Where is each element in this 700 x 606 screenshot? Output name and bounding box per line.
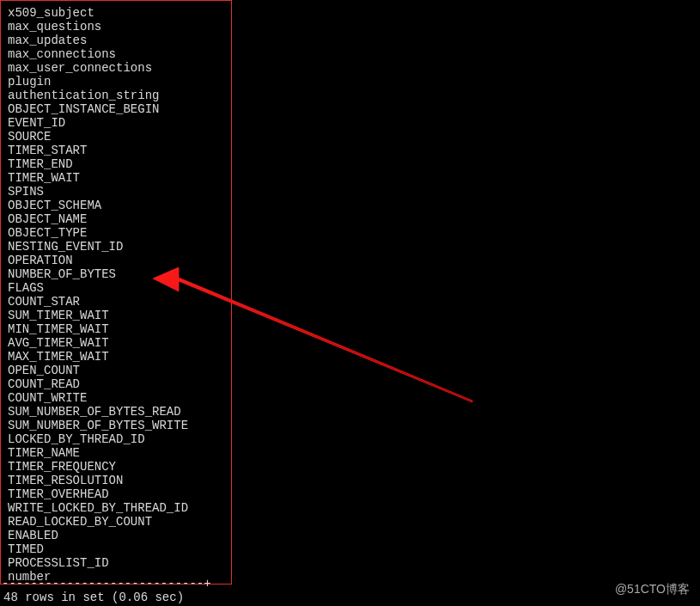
column-name: TIMER_OVERHEAD (8, 487, 224, 501)
column-name: COUNT_STAR (8, 295, 224, 309)
query-status: 48 rows in set (0.06 sec) (0, 589, 187, 606)
column-name: OBJECT_NAME (8, 212, 224, 226)
column-name: COUNT_READ (8, 377, 224, 391)
column-name: OPERATION (8, 254, 224, 267)
column-name: TIMER_RESOLUTION (8, 474, 224, 487)
column-name: SUM_NUMBER_OF_BYTES_READ (8, 405, 224, 419)
column-name: TIMER_WAIT (8, 171, 224, 185)
column-name: TIMER_NAME (8, 446, 224, 460)
column-name: plugin (8, 75, 224, 89)
terminal-column-list: x509_subjectmax_questionsmax_updatesmax_… (0, 0, 232, 585)
column-name: COUNT_WRITE (8, 391, 224, 405)
column-name: NUMBER_OF_BYTES (8, 267, 224, 281)
column-name: MIN_TIMER_WAIT (8, 322, 224, 336)
column-name: MAX_TIMER_WAIT (8, 350, 224, 364)
column-name: max_questions (8, 20, 224, 34)
column-name: x509_subject (8, 6, 224, 20)
column-name: WRITE_LOCKED_BY_THREAD_ID (8, 501, 224, 515)
column-name: EVENT_ID (8, 116, 224, 130)
column-name: FLAGS (8, 281, 224, 295)
column-name: SOURCE (8, 130, 224, 144)
column-name: max_connections (8, 47, 224, 61)
column-name: NESTING_EVENT_ID (8, 240, 224, 254)
column-name: ENABLED (8, 529, 224, 542)
column-name: TIMER_END (8, 157, 224, 171)
watermark-label: @51CTO博客 (615, 582, 690, 597)
column-name: READ_LOCKED_BY_COUNT (8, 515, 224, 529)
column-name: max_updates (8, 34, 224, 47)
column-name: TIMED (8, 542, 224, 556)
column-name: authentication_string (8, 89, 224, 102)
column-name: SUM_NUMBER_OF_BYTES_WRITE (8, 419, 224, 432)
column-name: OPEN_COUNT (8, 364, 224, 377)
column-name: PROCESSLIST_ID (8, 556, 224, 570)
column-name: TIMER_START (8, 144, 224, 157)
column-name: LOCKED_BY_THREAD_ID (8, 432, 224, 446)
column-name: OBJECT_TYPE (8, 226, 224, 240)
column-name: SPINS (8, 185, 224, 199)
column-name: OBJECT_SCHEMA (8, 199, 224, 212)
column-name: OBJECT_INSTANCE_BEGIN (8, 102, 224, 116)
column-name: SUM_TIMER_WAIT (8, 309, 224, 322)
column-name: TIMER_FREQUENCY (8, 460, 224, 474)
column-name: max_user_connections (8, 61, 224, 75)
column-name: AVG_TIMER_WAIT (8, 336, 224, 350)
